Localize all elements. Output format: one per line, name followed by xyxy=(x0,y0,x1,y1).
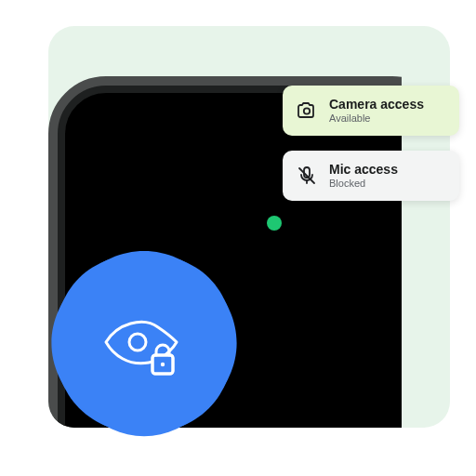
privacy-indicator-dot xyxy=(267,216,282,231)
camera-access-text: Camera access Available xyxy=(329,97,424,125)
mic-access-text: Mic access Blocked xyxy=(329,162,398,190)
svg-point-4 xyxy=(304,108,310,113)
camera-icon xyxy=(296,99,318,122)
svg-point-0 xyxy=(129,334,146,350)
privacy-eye-lock-icon xyxy=(100,314,184,379)
mic-off-icon xyxy=(296,165,318,187)
mic-access-chip[interactable]: Mic access Blocked xyxy=(283,151,459,201)
camera-access-status: Available xyxy=(329,112,424,125)
svg-point-3 xyxy=(161,363,165,366)
camera-access-title: Camera access xyxy=(329,97,424,112)
mic-access-title: Mic access xyxy=(329,162,398,177)
camera-access-chip[interactable]: Camera access Available xyxy=(283,86,459,136)
mic-access-status: Blocked xyxy=(329,178,398,190)
privacy-illustration: Camera access Available Mic access Block… xyxy=(0,0,476,476)
